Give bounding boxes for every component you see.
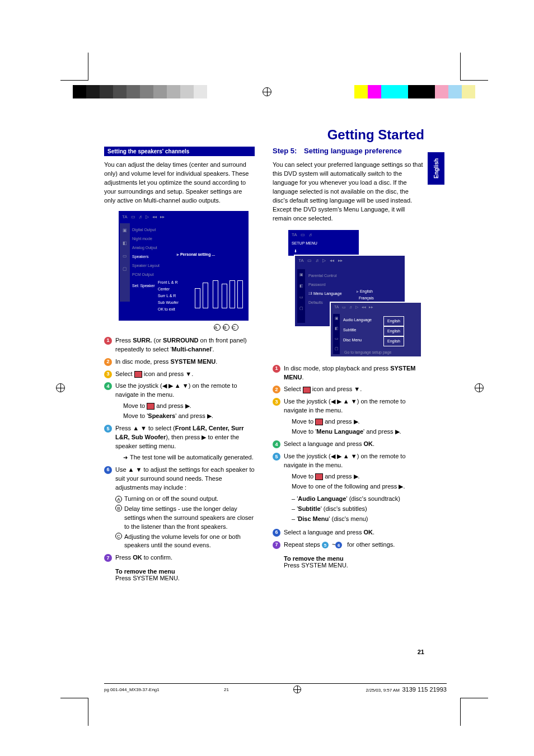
personal-setting-label: Personal setting ... bbox=[180, 252, 215, 256]
nav-icon bbox=[147, 403, 154, 410]
section-header-speakers: Setting the speakers' channels bbox=[104, 147, 255, 156]
speakers-menu-diagram: TA▭♬▷◂◂▸▸ ▣◧▭▢ Digital Output Night mode… bbox=[119, 211, 249, 321]
step-6: 6 Use ▲ ▼ to adjust the settings for eac… bbox=[104, 466, 255, 550]
sublist-item: Center bbox=[158, 286, 193, 293]
step-7: 7 Press OK to confirm. bbox=[104, 553, 255, 562]
step5-title: Step 5: Setting language preference bbox=[273, 147, 423, 155]
rstep-5: 5 Use the joystick (◀ ▶ ▲ ▼) on the remo… bbox=[273, 452, 423, 525]
step-3: 3 Select icon and press ▼. bbox=[104, 370, 255, 379]
lang-option: Français bbox=[359, 296, 374, 300]
footer-target-icon bbox=[293, 685, 301, 693]
rstep-1: 1 In disc mode, stop playback and press … bbox=[273, 364, 423, 382]
footer-code: 3139 115 21993 bbox=[402, 686, 447, 693]
sublist-item: Front L & R bbox=[158, 279, 193, 286]
step-1: 1 Press SURR. (or SURROUND on th front p… bbox=[104, 336, 255, 354]
page-number: 21 bbox=[418, 649, 424, 655]
rstep-2: 2 Select icon and press ▼. bbox=[273, 385, 423, 394]
menu-item: Analog Output bbox=[132, 243, 175, 252]
remove-menu-left: To remove the menu Press SYSTEM MENU. bbox=[115, 568, 255, 581]
abc-labels: ABC bbox=[214, 324, 241, 331]
menu-item: Digital Output bbox=[132, 226, 175, 234]
intro-right: You can select your preferred language s… bbox=[273, 161, 423, 223]
menu-item-active: Speakers bbox=[132, 252, 175, 261]
lang-icon bbox=[315, 473, 323, 480]
footer-date: 2/25/03, 9:57 AM bbox=[366, 688, 400, 693]
footer-left: pg 001-044_MX39-37-Eng1 bbox=[104, 687, 160, 692]
row-value: English bbox=[383, 336, 404, 346]
tools-icon bbox=[134, 371, 142, 378]
target-left bbox=[56, 383, 65, 392]
language-menu-diagram: TA ▭ ♬ SETUP MENU ⬇ TA ▭ ♬ ▷ ◂◂ ▸▸ ▣◧▭▢ … bbox=[287, 229, 418, 356]
row-label: Audio Language bbox=[343, 316, 380, 326]
language-tab: English bbox=[428, 152, 444, 185]
crop-bl bbox=[60, 698, 88, 726]
right-column: Step 5: Setting language preference You … bbox=[273, 147, 423, 581]
sublist-item: Sub Woofer bbox=[158, 299, 193, 306]
page-title: Getting Started bbox=[327, 127, 424, 143]
menu-item: Password bbox=[308, 280, 342, 289]
row-value: English bbox=[383, 316, 404, 326]
lang-option: English bbox=[360, 289, 373, 293]
crop-tr bbox=[460, 53, 488, 81]
menu-item-active: Menu Language bbox=[313, 292, 342, 295]
sublist-item: Surr L & R bbox=[158, 293, 193, 299]
crop-br bbox=[460, 698, 488, 726]
rstep-4: 4 Select a language and press OK. bbox=[273, 440, 423, 449]
hint-text: Go to language setup page bbox=[344, 350, 391, 354]
setup-menu-label: SETUP MENU bbox=[292, 241, 317, 245]
step-5: 5 Press ▲ ▼ to select (Front L&R, Center… bbox=[104, 424, 255, 462]
left-column: Setting the speakers' channels You can a… bbox=[104, 147, 255, 581]
target-top bbox=[263, 87, 271, 96]
footer-center: 21 bbox=[224, 687, 229, 692]
rstep-7: 7 Repeat steps 5~6 for other settings. bbox=[273, 541, 423, 550]
menu-item: Parental Control bbox=[308, 271, 342, 280]
menu-item: Night mode bbox=[132, 234, 175, 243]
footer: pg 001-044_MX39-37-Eng1 21 2/25/03, 9:57… bbox=[104, 685, 447, 693]
rstep-6: 6 Select a language and press OK. bbox=[273, 528, 423, 537]
step-4: 4 Use the joystick (◀ ▶ ▲ ▼) on the remo… bbox=[104, 382, 255, 421]
target-right bbox=[475, 383, 484, 392]
sublist-item: OK to exit bbox=[158, 306, 193, 313]
intro-left: You can adjust the delay times (center a… bbox=[104, 161, 255, 205]
step-2: 2 In disc mode, press SYSTEM MENU. bbox=[104, 358, 255, 367]
rstep-3: 3 Use the joystick (◀ ▶ ▲ ▼) on the remo… bbox=[273, 397, 423, 436]
row-label: Subtitle bbox=[343, 326, 380, 336]
crop-tl bbox=[60, 53, 88, 81]
row-label: Disc Menu bbox=[343, 336, 380, 346]
menu-item: Speaker Layout bbox=[132, 261, 175, 270]
remove-menu-right: To remove the menu Press SYSTEM MENU. bbox=[284, 555, 423, 569]
row-value: English bbox=[383, 326, 404, 336]
lock-icon bbox=[315, 419, 323, 425]
menu-item: PCM Output bbox=[132, 270, 175, 279]
tools-icon bbox=[303, 387, 311, 393]
